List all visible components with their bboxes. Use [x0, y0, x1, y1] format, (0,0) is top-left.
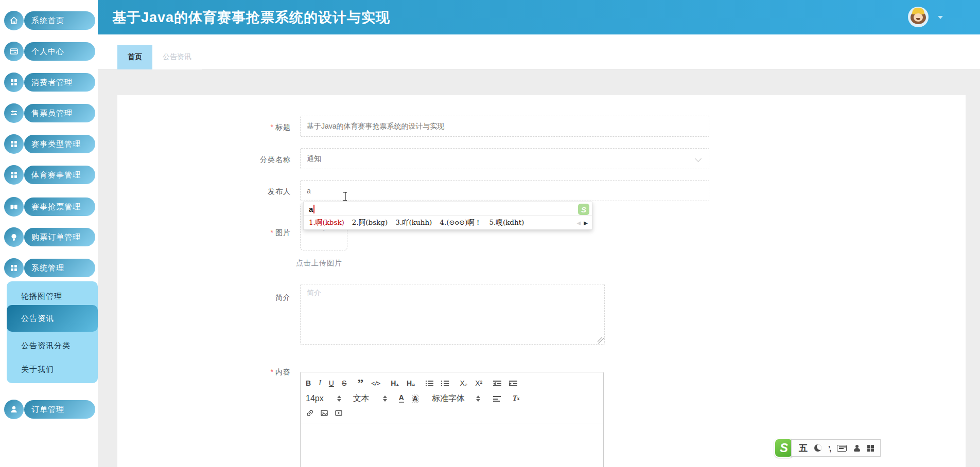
header-1-button[interactable]: H₁: [391, 380, 399, 387]
image-label: *图片: [189, 227, 291, 238]
ime-candidate[interactable]: 3.吖(kuhh): [395, 218, 432, 227]
align-icon[interactable]: [493, 396, 501, 402]
clear-format-button[interactable]: Tx: [513, 395, 520, 402]
ticket-icon: [4, 197, 24, 217]
text-color-button[interactable]: A: [399, 394, 404, 403]
italic-button[interactable]: I: [319, 380, 321, 387]
account-icon[interactable]: [853, 445, 861, 452]
ime-candidate[interactable]: 2.阿(bskg): [352, 218, 388, 227]
sidebar-item-profile[interactable]: 个人中心: [4, 42, 95, 61]
image-icon[interactable]: [320, 409, 328, 417]
outdent-icon[interactable]: [493, 380, 501, 386]
required-mark: *: [271, 228, 274, 237]
sidebar-item-label: 个人中心: [24, 42, 95, 61]
page-title: 基于Java的体育赛事抢票系统的设计与实现: [112, 8, 390, 27]
ime-text-caret: [313, 205, 314, 213]
sidebar-item-label: 购票订单管理: [24, 228, 95, 246]
font-family-select[interactable]: 标准字体: [432, 393, 480, 404]
tab-home[interactable]: 首页: [117, 45, 152, 69]
sidebar-item-system[interactable]: 系统管理: [4, 258, 95, 278]
user-menu-caret-icon[interactable]: [938, 16, 943, 19]
required-mark: *: [271, 368, 274, 376]
sidebar-item-ticket-grab[interactable]: 赛事抢票管理: [4, 197, 95, 217]
sidebar-item-event-types[interactable]: 赛事类型管理: [4, 134, 95, 154]
ordered-list-icon[interactable]: [426, 380, 433, 386]
submenu-item-about-us[interactable]: 关于我们: [7, 360, 98, 379]
id-card-icon: [4, 42, 24, 61]
keyboard-icon[interactable]: [837, 445, 847, 452]
editor-content-area[interactable]: [301, 423, 603, 467]
sogou-toolbar-items: 五 ’,: [791, 439, 881, 457]
video-icon[interactable]: [335, 409, 343, 417]
sidebar-item-home[interactable]: 系统首页: [4, 11, 95, 30]
code-block-button[interactable]: </>: [371, 381, 380, 386]
editor-toolbar: B I U S ” </> H₁ H₂ X₂ X²: [301, 372, 603, 423]
sidebar: 系统首页 个人中心 消费者管理 售票员管理 赛事类型管理: [0, 0, 98, 467]
textarea-resize-handle[interactable]: [598, 337, 604, 344]
title-input[interactable]: [300, 116, 709, 137]
sidebar-item-label: 赛事类型管理: [24, 135, 95, 153]
system-submenu: 轮播图管理 公告资讯 公告资讯分类 关于我们: [7, 281, 98, 383]
submenu-item-carousel[interactable]: 轮播图管理: [7, 286, 98, 306]
wubi-mode-icon[interactable]: 五: [799, 442, 808, 454]
submenu-item-announcements[interactable]: 公告资讯: [7, 305, 98, 332]
header-2-button[interactable]: H₂: [407, 380, 415, 387]
paragraph-style-value: 文本: [353, 393, 370, 404]
grid-icon: [4, 134, 24, 154]
rich-text-editor: B I U S ” </> H₁ H₂ X₂ X²: [300, 372, 604, 467]
select-arrows-icon: [476, 396, 480, 402]
submenu-item-announcement-categories[interactable]: 公告资讯分类: [7, 336, 98, 355]
bullet-list-icon[interactable]: [441, 380, 449, 386]
skins-grid-icon[interactable]: [867, 445, 874, 452]
ime-candidate-row: 1.啊(kbsk) 2.阿(bskg) 3.吖(kuhh) 4.(⊙o⊙)啊！ …: [304, 216, 592, 229]
select-arrows-icon: [383, 396, 387, 402]
sidebar-item-sports-events[interactable]: 体育赛事管理: [4, 165, 95, 185]
ime-candidate-window: a S 1.啊(kbsk) 2.阿(bskg) 3.吖(kuhh) 4.(⊙o⊙…: [303, 202, 592, 230]
ime-candidate[interactable]: 4.(⊙o⊙)啊！: [440, 218, 481, 227]
sidebar-item-ticket-sellers[interactable]: 售票员管理: [4, 103, 95, 123]
category-selected-value: 通知: [307, 154, 321, 164]
sidebar-item-label: 售票员管理: [24, 104, 95, 122]
link-icon[interactable]: [306, 409, 314, 417]
avatar[interactable]: [908, 7, 929, 27]
blockquote-button[interactable]: ”: [357, 380, 363, 387]
bulb-icon: [4, 227, 24, 247]
submenu-item-label: 轮播图管理: [21, 292, 62, 301]
sidebar-item-label: 系统首页: [24, 11, 95, 30]
category-select[interactable]: 通知: [300, 148, 709, 169]
indent-icon[interactable]: [509, 380, 517, 386]
sidebar-item-label: 赛事抢票管理: [24, 197, 95, 216]
avatar-art: [914, 13, 923, 22]
strikethrough-button[interactable]: S: [342, 380, 346, 387]
ime-composition-row: a S: [304, 202, 592, 216]
ime-candidate[interactable]: 5.嘎(kdht): [489, 218, 524, 227]
publisher-input[interactable]: [300, 180, 709, 201]
ime-candidate[interactable]: 1.啊(kbsk): [309, 218, 344, 227]
paragraph-style-select[interactable]: 文本: [353, 393, 387, 404]
category-label: 分类名称: [189, 154, 291, 165]
user-icon: [4, 400, 24, 419]
submenu-item-label: 关于我们: [21, 365, 54, 374]
grid-icon: [4, 258, 24, 278]
subscript-button[interactable]: X₂: [460, 380, 467, 387]
content-label: *内容: [189, 367, 291, 377]
sogou-ime-toolbar: S 五 ’,: [774, 438, 881, 458]
punctuation-icon[interactable]: ’,: [828, 444, 830, 453]
intro-textarea[interactable]: [300, 284, 605, 345]
bold-button[interactable]: B: [306, 380, 311, 387]
night-mode-icon[interactable]: [814, 444, 821, 452]
background-color-button[interactable]: A: [412, 394, 419, 403]
tab-label: 公告资讯: [163, 52, 191, 62]
sidebar-item-consumers[interactable]: 消费者管理: [4, 73, 95, 92]
ime-next-page-icon[interactable]: ▶: [584, 220, 588, 226]
submenu-item-label: 公告资讯: [21, 314, 54, 324]
tab-announcements[interactable]: 公告资讯: [152, 45, 202, 69]
font-size-select[interactable]: 14px: [306, 394, 341, 403]
home-icon: [4, 11, 24, 30]
superscript-button[interactable]: X²: [475, 380, 482, 387]
sidebar-item-orders[interactable]: 订单管理: [4, 400, 95, 419]
sidebar-item-purchase-orders[interactable]: 购票订单管理: [4, 227, 95, 247]
sidebar-item-label: 订单管理: [24, 400, 95, 419]
underline-button[interactable]: U: [329, 380, 334, 387]
font-family-value: 标准字体: [432, 393, 465, 404]
